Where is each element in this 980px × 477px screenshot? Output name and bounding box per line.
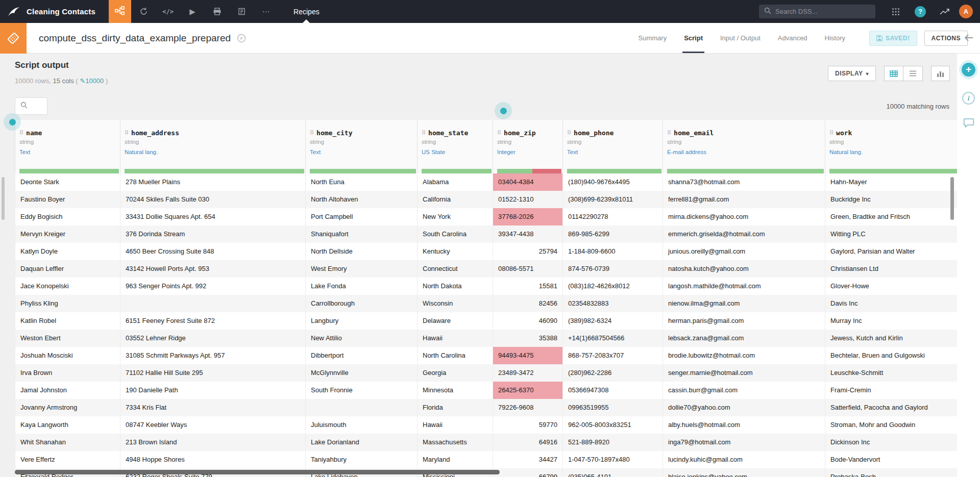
cell-work[interactable]: Dickinson Inc: [825, 434, 957, 451]
actions-button[interactable]: ACTIONS: [924, 31, 968, 46]
column-header-home_email[interactable]: ⠿home_emailstringE-mail address: [663, 120, 825, 173]
cell-home_email[interactable]: senger.marnie@hotmail.com: [663, 364, 825, 382]
dataiku-logo-icon[interactable]: [7, 6, 20, 17]
drag-handle-icon[interactable]: ⠿: [667, 130, 671, 136]
flow-nav-button[interactable]: [109, 0, 131, 23]
drag-handle-icon[interactable]: ⠿: [125, 130, 129, 136]
cell-home_state[interactable]: Georgia: [418, 364, 493, 382]
cell-work[interactable]: Witting PLC: [825, 225, 957, 243]
cell-name[interactable]: Jace Konopelski: [15, 278, 120, 295]
cell-home_phone[interactable]: 869-985-6299: [563, 225, 663, 243]
play-icon[interactable]: ▶: [180, 0, 205, 23]
cell-home_zip[interactable]: 59770: [493, 416, 563, 434]
cell-home_state[interactable]: New York: [418, 208, 493, 225]
tab-summary[interactable]: Summary: [630, 23, 676, 53]
navigate-flow-icon[interactable]: [237, 23, 246, 53]
cell-work[interactable]: Glover-Howe: [825, 278, 957, 295]
cell-work[interactable]: Prohaska-Bosh: [825, 468, 957, 477]
cell-home_phone[interactable]: (180)940-9676x4495: [563, 173, 663, 191]
dss-search-box[interactable]: [759, 5, 875, 18]
cell-home_address[interactable]: 31085 Schmitt Parkways Apt. 957: [120, 347, 306, 364]
cell-home_zip[interactable]: 82456: [493, 295, 563, 312]
cell-home_phone[interactable]: (389)982-6324: [563, 312, 663, 330]
cell-home_email[interactable]: mirna.dickens@yahoo.com: [663, 208, 825, 225]
cell-home_city[interactable]: Lake Dorianland: [306, 434, 418, 451]
avatar[interactable]: A: [959, 5, 973, 18]
cell-home_address[interactable]: 71102 Hallie Hill Suite 295: [120, 364, 306, 382]
cell-home_zip[interactable]: 08086-5571: [493, 260, 563, 278]
cell-name[interactable]: Whit Shanahan: [15, 434, 120, 451]
cell-home_phone[interactable]: 874-576-0739: [563, 260, 663, 278]
cell-home_zip[interactable]: 23489-3472: [493, 364, 563, 382]
cell-home_phone[interactable]: 962-005-8003x83251: [563, 416, 663, 434]
cell-home_zip[interactable]: 01522-1310: [493, 191, 563, 208]
tab-input-output[interactable]: Input / Output: [712, 23, 769, 53]
trend-icon[interactable]: [933, 0, 957, 23]
cell-work[interactable]: Stroman, Mohr and Goodwin: [825, 416, 957, 434]
project-name[interactable]: Cleaning Contacts: [27, 7, 95, 16]
tour-hotspot[interactable]: [4, 113, 21, 131]
display-button[interactable]: DISPLAY ▾: [828, 66, 876, 81]
cell-home_address[interactable]: 43142 Howell Ports Apt. 953: [120, 260, 306, 278]
cell-home_phone[interactable]: 868-757-2083x707: [563, 347, 663, 364]
edited-cells-link[interactable]: ✎10000: [80, 77, 104, 85]
cell-home_state[interactable]: California: [418, 191, 493, 208]
cell-home_phone[interactable]: 05366947308: [563, 382, 663, 399]
cell-home_state[interactable]: Maryland: [418, 451, 493, 468]
cell-home_address[interactable]: [120, 295, 306, 312]
cell-name[interactable]: Faustino Boyer: [15, 191, 120, 208]
tour-hotspot[interactable]: [495, 102, 512, 119]
back-arrow-icon[interactable]: [964, 34, 973, 43]
lab-rotate-icon[interactable]: [131, 0, 156, 23]
cell-work[interactable]: Davis Inc: [825, 295, 957, 312]
cell-home_address[interactable]: 7334 Kris Flat: [120, 399, 306, 416]
cell-home_city[interactable]: South Fronnie: [306, 382, 418, 399]
cell-home_state[interactable]: South Carolina: [418, 225, 493, 243]
cell-home_zip[interactable]: 34427: [493, 451, 563, 468]
cell-home_address[interactable]: 6151 Feeney Forest Suite 872: [120, 312, 306, 330]
cell-home_state[interactable]: North Dakota: [418, 278, 493, 295]
cell-home_email[interactable]: herman.paris@gmail.com: [663, 312, 825, 330]
cell-home_email[interactable]: junious.oreilly@gmail.com: [663, 243, 825, 260]
cell-name[interactable]: Mervyn Kreiger: [15, 225, 120, 243]
saved-button[interactable]: SAVED!: [869, 31, 917, 46]
drag-handle-icon[interactable]: ⠿: [19, 130, 23, 136]
cell-home_phone[interactable]: (083)182-4626x8012: [563, 278, 663, 295]
drag-handle-icon[interactable]: ⠿: [567, 130, 571, 136]
cell-name[interactable]: Katlyn Doyle: [15, 243, 120, 260]
cell-home_city[interactable]: Carrollborough: [306, 295, 418, 312]
cell-home_email[interactable]: langosh.mathilde@hotmail.com: [663, 278, 825, 295]
cell-home_phone[interactable]: 01142290278: [563, 208, 663, 225]
cell-home_zip[interactable]: 25794: [493, 243, 563, 260]
cell-home_state[interactable]: Massachusetts: [418, 434, 493, 451]
cell-home_phone[interactable]: (308)699-6239x81011: [563, 191, 663, 208]
cell-home_address[interactable]: 213 Brown Island: [120, 434, 306, 451]
cell-home_address[interactable]: 4948 Hoppe Shores: [120, 451, 306, 468]
apps-grid-icon[interactable]: [884, 0, 908, 23]
cell-name[interactable]: Jamal Johnston: [15, 382, 120, 399]
cell-home_state[interactable]: Wisconsin: [418, 295, 493, 312]
drag-handle-icon[interactable]: ⠿: [497, 130, 501, 136]
charts-view-button[interactable]: [931, 66, 950, 81]
cell-home_zip[interactable]: 03404-4384: [493, 173, 563, 191]
table-view-button[interactable]: [884, 66, 903, 81]
column-meaning[interactable]: US State: [422, 149, 493, 159]
cell-home_address[interactable]: 70244 Skiles Falls Suite 030: [120, 191, 306, 208]
cell-home_zip[interactable]: 64916: [493, 434, 563, 451]
cell-name[interactable]: Eddy Bogisich: [15, 208, 120, 225]
cell-home_state[interactable]: Alabama: [418, 173, 493, 191]
cell-home_city[interactable]: North Euna: [306, 173, 418, 191]
cell-home_phone[interactable]: 09963519955: [563, 399, 663, 416]
cell-home_city[interactable]: Port Campbell: [306, 208, 418, 225]
cell-home_phone[interactable]: 02354832883: [563, 295, 663, 312]
cell-home_email[interactable]: lucindy.kuhic@gmail.com: [663, 451, 825, 468]
cell-home_city[interactable]: Taniyahbury: [306, 451, 418, 468]
cell-home_email[interactable]: shanna73@hotmail.com: [663, 173, 825, 191]
cell-home_email[interactable]: inga79@hotmail.com: [663, 434, 825, 451]
cell-home_phone[interactable]: +14(1)6687504566: [563, 330, 663, 347]
cell-home_state[interactable]: Hawaii: [418, 330, 493, 347]
notebook-icon[interactable]: [229, 0, 254, 23]
cell-home_city[interactable]: North Altohaven: [306, 191, 418, 208]
cell-home_email[interactable]: dollie70@yahoo.com: [663, 399, 825, 416]
column-header-home_zip[interactable]: ⠿home_zipstringInteger: [493, 120, 563, 173]
